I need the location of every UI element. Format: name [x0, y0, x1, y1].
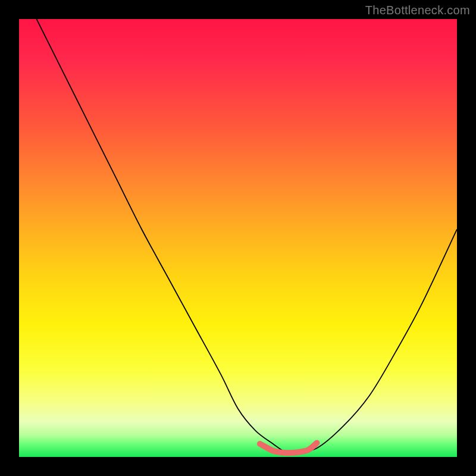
outer-frame: TheBottleneck.com	[0, 0, 476, 476]
bottleneck-curve	[36, 19, 457, 453]
chart-plot-area	[19, 19, 457, 457]
chart-svg	[19, 19, 457, 457]
attribution-label: TheBottleneck.com	[365, 4, 470, 17]
bottom-accent-curve	[260, 443, 317, 453]
